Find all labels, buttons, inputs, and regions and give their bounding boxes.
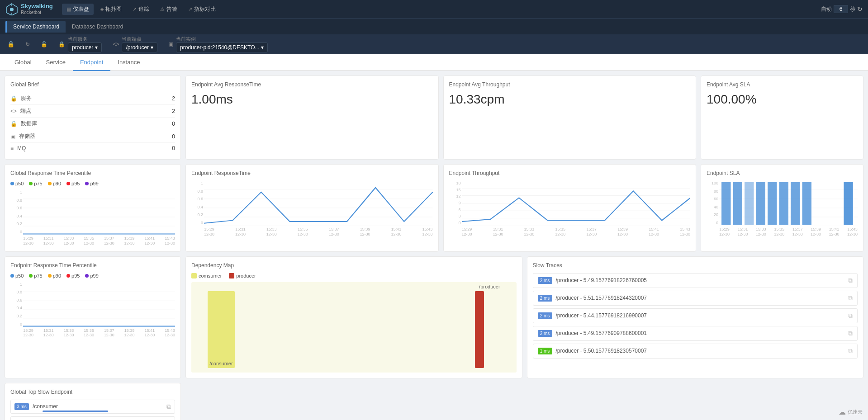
row-1: Global Brief 🔒 服务 2 <> 端点 2 🔓 数据库: [5, 76, 863, 160]
service-dropdown[interactable]: producer ▾: [68, 42, 102, 52]
logo-text: Skywalking: [21, 3, 53, 9]
nav-item-topology[interactable]: ◈ 拓扑图: [95, 4, 126, 15]
endpoint-value: /producer: [126, 44, 149, 51]
producer-label: /producer: [479, 284, 500, 289]
p95-label: p95: [71, 181, 80, 186]
instance-dropdown[interactable]: producer-pid:21540@DESKTO... ▾: [176, 42, 268, 52]
endpoint-avg-sla-title: Endpoint Avg SLA: [707, 81, 858, 88]
endpoint-tp-y-axis: 18 15 12 9 6 3 0: [449, 181, 462, 226]
nav-right: 自动 秒 ↻: [821, 5, 863, 13]
ep-p99-dot: [85, 274, 89, 278]
endpoint-dropdown[interactable]: /producer ▾: [122, 42, 157, 52]
endpoint-rt-svg: [204, 181, 433, 226]
legend-p95: p95: [66, 181, 80, 186]
nav-dashboard-label: 仪表盘: [73, 5, 89, 13]
ep-p90-dot: [48, 274, 52, 278]
endpoint-tp-chart: [462, 181, 691, 226]
endpoint-rt-chart-area: 1 0.8 0.6 0.4 0.2 0: [191, 181, 433, 226]
nav-item-compare[interactable]: ↗ 指标对比: [184, 4, 220, 15]
legend-p75: p75: [29, 181, 42, 186]
endpoint-sla-y-axis: 100 80 60 40 20 0: [707, 181, 719, 226]
trace-icon: ↗: [133, 6, 137, 12]
svg-rect-26: [721, 182, 730, 225]
legend-p50: p50: [10, 181, 24, 186]
db-brief-label: 数据库: [21, 120, 37, 127]
trace-3-ms: 2 ms: [538, 312, 552, 319]
refresh-button[interactable]: ↻: [857, 5, 863, 13]
consumer-legend-label: comsumer: [199, 273, 222, 278]
main-navigation: ▤ 仪表盘 ◈ 拓扑图 ↗ 追踪 ⚠ 告警 ↗ 指标对比: [62, 4, 220, 15]
svg-rect-28: [745, 182, 754, 225]
dashboard-icon: ▤: [66, 6, 71, 12]
p90-label: p90: [53, 181, 61, 186]
dep-map-title: Dependency Map: [191, 262, 517, 269]
p95-dot: [66, 182, 70, 185]
endpoint-avg-tp-value: 10.33cpm: [449, 92, 691, 107]
refresh-input[interactable]: [834, 5, 848, 13]
endpoint-sla-svg: [719, 181, 858, 226]
instance-icon: ▣: [168, 41, 173, 47]
slow-trace-item-5[interactable]: 1 ms /producer - 5.50.15776918230570007 …: [533, 344, 858, 359]
tab-service[interactable]: Service: [39, 54, 73, 71]
service-brief-icon: 🔒: [10, 95, 17, 102]
row-4-bottom: Global Top Slow Endpoint 3 ms /consumer …: [5, 383, 863, 420]
nav-alarm-label: 告警: [166, 5, 177, 13]
producer-node: [475, 291, 484, 368]
p75-dot: [29, 182, 33, 185]
mq-brief-label: MQ: [17, 145, 26, 151]
reload-icon[interactable]: ↻: [25, 41, 30, 47]
trace-2-path: /producer - 5.51.15776918244320007: [556, 295, 845, 301]
endpoint-avg-rt-card: Endpoint Avg ResponseTime 1.00ms: [185, 76, 439, 160]
ep-legend-p99: p99: [85, 273, 98, 278]
endpoint-avg-sla-card: Endpoint Avg SLA 100.00%: [701, 76, 863, 160]
slow-endpoint-item-2: 1 ms /producer ⧉: [10, 416, 175, 420]
tab-global[interactable]: Global: [7, 54, 39, 71]
global-brief-card: Global Brief 🔒 服务 2 <> 端点 2 🔓 数据库: [5, 76, 181, 160]
global-rt-legend: p50 p75 p90 p95 p99: [10, 181, 175, 186]
slow-trace-item-2[interactable]: 2 ms /producer - 5.51.15776918244320007 …: [533, 291, 858, 306]
slow-trace-item-4[interactable]: 2 ms /producer - 5.49.15776909788600001 …: [533, 326, 858, 341]
endpoint-tp-title: Endpoint Throughput: [449, 170, 691, 176]
endpoint-avg-rt-value: 1.00ms: [191, 92, 433, 107]
p50-label: p50: [15, 181, 24, 186]
ep-p95-label: p95: [71, 273, 80, 278]
trace-3-path: /producer - 5.44.15776918216990007: [556, 312, 845, 319]
endpoint-tp-x-axis: 15:2912-30 15:3112-30 15:3312-30 15:3512…: [449, 227, 691, 237]
endpoint-pct-x-axis: 15:2912-30 15:3112-30 15:3312-30 15:3512…: [10, 328, 175, 338]
tab-instance[interactable]: Instance: [110, 54, 147, 71]
svg-rect-32: [791, 182, 800, 225]
endpoint-rt-chart-title: Endpoint ResponseTime: [191, 170, 433, 176]
trace-4-copy-icon[interactable]: ⧉: [848, 330, 853, 337]
global-rt-svg: [23, 190, 175, 235]
toolbar: 🔒 ↻ 🔓 🔒 当前服务 producer ▾ <> 当前端点 /produce…: [0, 34, 868, 54]
endpoint-pct-chart-area: 1 0.8 0.6 0.4 0.2 0: [10, 282, 175, 327]
service-dashboard-tab[interactable]: Service Dashboard: [5, 21, 66, 33]
trace-1-copy-icon[interactable]: ⧉: [848, 277, 853, 284]
legend-p90: p90: [48, 181, 61, 186]
database-dashboard-tab[interactable]: Database Dashboard: [66, 21, 129, 33]
trace-5-copy-icon[interactable]: ⧉: [848, 347, 853, 355]
ep-legend-p50: p50: [10, 273, 24, 278]
cache-brief-count: 0: [172, 133, 175, 140]
trace-2-copy-icon[interactable]: ⧉: [848, 294, 853, 302]
consumer-node-label: /consumer: [209, 361, 232, 366]
nav-item-dashboard[interactable]: ▤ 仪表盘: [62, 4, 94, 15]
p50-dot: [10, 182, 14, 185]
ep-p50-dot: [10, 274, 14, 278]
row-2-charts: Global Response Time Percentile p50 p75 …: [5, 164, 863, 252]
nav-item-trace[interactable]: ↗ 追踪: [128, 4, 154, 15]
service-selector: 🔒 当前服务 producer ▾: [58, 36, 102, 52]
p99-dot: [85, 182, 89, 185]
slow-trace-item-1[interactable]: 2 ms /producer - 5.49.15776918226760005 …: [533, 273, 858, 288]
endpoint-sla-chart-area: 100 80 60 40 20 0: [707, 181, 858, 226]
endpoint-sla-chart-title: Endpoint SLA: [707, 170, 858, 176]
ep-legend-p90: p90: [48, 273, 61, 278]
endpoint-code-icon: <>: [113, 41, 119, 47]
tab-endpoint[interactable]: Endpoint: [73, 54, 110, 71]
slow-ep-1-copy-icon[interactable]: ⧉: [166, 403, 171, 411]
ep-p95-dot: [66, 274, 70, 278]
alarm-icon: ⚠: [160, 6, 165, 12]
nav-item-alarm[interactable]: ⚠ 告警: [156, 4, 182, 15]
slow-trace-item-3[interactable]: 2 ms /producer - 5.44.15776918216990007 …: [533, 308, 858, 323]
trace-3-copy-icon[interactable]: ⧉: [848, 312, 853, 320]
